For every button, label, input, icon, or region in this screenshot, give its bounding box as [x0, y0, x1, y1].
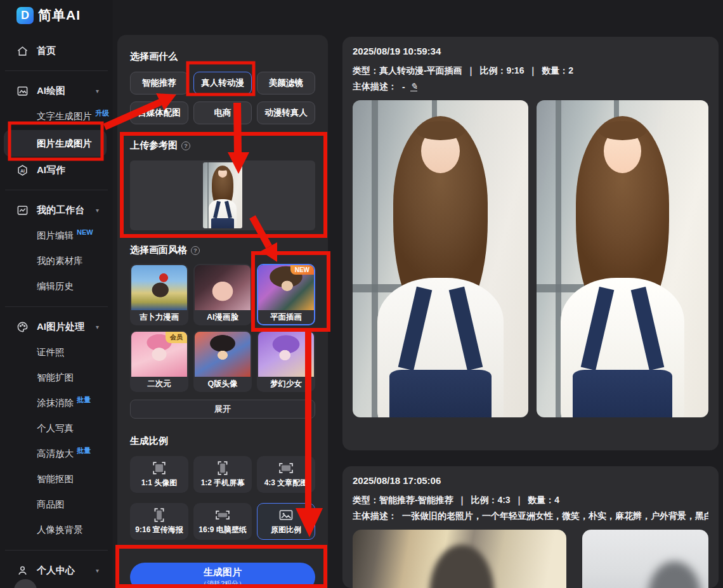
help-icon[interactable]: ? — [191, 246, 200, 255]
sidebar-item-16[interactable]: 个人写真 — [0, 415, 113, 441]
art-layer — [389, 370, 492, 417]
meta-separator: ｜ — [458, 495, 467, 505]
what-button-0[interactable]: 智能推荐 — [130, 72, 188, 95]
result-card: 2025/08/18 17:05:06 类型：智能推荐-智能推荐｜比例：4:3｜… — [342, 466, 719, 588]
ratio-r916-icon — [152, 508, 166, 522]
sidebar-item-17[interactable]: 高清放大批量 — [0, 441, 113, 466]
logo-icon: D — [16, 7, 34, 24]
sidebar-item-5[interactable]: AIAI写作 — [0, 158, 113, 182]
meta-count-label: 数量： — [542, 65, 568, 75]
what-button-5[interactable]: 动漫转真人 — [257, 101, 315, 124]
sidebar-item-label: 智能抠图 — [37, 473, 74, 485]
sidebar-item-label: 文字生成图片 — [37, 110, 92, 122]
sidebar-item-13[interactable]: 证件照 — [0, 339, 113, 365]
generated-image-2[interactable] — [537, 100, 708, 417]
style-label: 吉卜力漫画 — [131, 310, 187, 325]
result-description: 主体描述： 一张做旧的老照片，一个年轻亚洲女性，微笑，朴实，麻花辫，户外背景，黑… — [353, 511, 708, 522]
sidebar-item-label: AI写作 — [37, 164, 65, 176]
ratio-card-1[interactable]: 1:2 手机屏幕 — [193, 456, 252, 493]
sidebar-item-0[interactable]: 首页 — [0, 39, 113, 63]
style-card-4[interactable]: Q版头像 — [193, 330, 252, 392]
style-label: AI漫画脸 — [195, 310, 251, 325]
chevron-down-icon[interactable]: ▾ — [96, 567, 99, 574]
ratio-section: 生成比例 1:1 头像图1:2 手机屏幕4:3 文章配图9:16 宣传海报16:… — [130, 435, 315, 540]
sidebar-item-4[interactable]: 图片生成图片 — [4, 130, 107, 157]
sidebar-item-14[interactable]: 智能扩图 — [0, 365, 113, 390]
sidebar-item-label: 首页 — [37, 45, 56, 57]
art-layer — [416, 121, 466, 140]
generated-image-2[interactable] — [582, 530, 708, 588]
section-what-title: 选择画什么 — [130, 51, 315, 63]
sidebar-item-label: 个人中心 — [37, 565, 75, 577]
generated-image-1[interactable] — [353, 530, 566, 588]
upload-reference-box[interactable] — [130, 160, 315, 230]
ratio-r11-icon — [152, 461, 166, 475]
ratio-card-2[interactable]: 4:3 文章配图 — [257, 456, 315, 493]
what-button-2[interactable]: 美颜滤镜 — [257, 72, 315, 95]
sidebar-item-22[interactable]: 个人中心▾ — [0, 558, 113, 582]
sidebar-item-7[interactable]: 我的工作台▾ — [0, 198, 113, 222]
generated-image-1[interactable] — [353, 100, 528, 417]
ratio-card-5[interactable]: 原图比例 — [257, 503, 315, 540]
generate-cost-label: （消耗2积分） — [200, 579, 245, 588]
home-icon — [16, 45, 29, 57]
style-card-1[interactable]: AI漫画脸 — [193, 264, 252, 325]
what-button-4[interactable]: 电商 — [193, 101, 252, 124]
edit-description-icon[interactable]: ✎ — [410, 82, 418, 91]
sidebar-item-label: 证件照 — [37, 346, 65, 358]
generated-images-row — [353, 530, 708, 588]
expand-button[interactable]: 展开 — [130, 400, 315, 419]
ai-icon: AI — [16, 164, 29, 176]
settings-panel: 选择画什么 智能推荐真人转动漫美颜滤镜自媒体配图电商动漫转真人 上传参考图 ? — [117, 35, 328, 588]
ratio-card-4[interactable]: 16:9 电脑壁纸 — [193, 503, 252, 540]
style-card-2[interactable]: 平面插画NEW — [257, 264, 315, 325]
sidebar-item-10[interactable]: 编辑历史 — [0, 273, 113, 299]
what-button-1[interactable]: 真人转动漫 — [193, 72, 252, 95]
what-title-text: 选择画什么 — [130, 51, 178, 63]
ratio-card-3[interactable]: 9:16 宣传海报 — [130, 503, 188, 540]
art-layer — [217, 167, 228, 171]
meta-separator: ｜ — [515, 495, 524, 505]
desc-label: 主体描述： — [353, 81, 397, 93]
style-thumbnail — [258, 332, 314, 377]
sidebar-item-8[interactable]: 图片编辑NEW — [0, 223, 113, 248]
ratio-r169-icon — [216, 508, 230, 522]
style-card-5[interactable]: 梦幻少女 — [257, 330, 315, 392]
sidebar-divider — [5, 550, 108, 551]
ratio-r12-icon — [216, 461, 230, 475]
style-card-0[interactable]: 吉卜力漫画 — [130, 264, 188, 325]
what-button-3[interactable]: 自媒体配图 — [130, 101, 188, 124]
result-description: 主体描述： - ✎ — [353, 81, 708, 93]
style-title-text: 选择画面风格 — [130, 244, 187, 256]
chevron-down-icon[interactable]: ▾ — [96, 323, 99, 330]
help-icon[interactable]: ? — [181, 141, 190, 150]
sidebar-item-19[interactable]: 商品图 — [0, 492, 113, 517]
sidebar-badge: 升级 — [95, 108, 109, 118]
style-thumbnail — [195, 332, 251, 377]
ratio-card-0[interactable]: 1:1 头像图 — [130, 456, 188, 493]
sidebar-item-20[interactable]: 人像换背景 — [0, 517, 113, 542]
ratio-r43-icon — [279, 461, 293, 475]
sidebar-item-label: 商品图 — [37, 499, 65, 511]
sidebar-item-2[interactable]: AI绘图▾ — [0, 79, 113, 103]
palette-icon — [16, 321, 29, 333]
ratio-orig-icon — [278, 508, 294, 522]
sidebar-item-15[interactable]: 涂抹消除批量 — [0, 390, 113, 415]
ratio-title-text: 生成比例 — [130, 435, 168, 447]
sidebar: D 简单AI 首页AI绘图▾文字生成图片升级图片生成图片AIAI写作我的工作台▾… — [0, 0, 113, 588]
sidebar-item-3[interactable]: 文字生成图片升级 — [0, 103, 113, 129]
style-card-3[interactable]: 二次元会员 — [130, 330, 188, 392]
chevron-down-icon[interactable]: ▾ — [96, 207, 99, 214]
result-meta: 类型：真人转动漫-平面插画｜比例：9:16｜数量：2 — [353, 65, 708, 77]
sidebar-item-9[interactable]: 我的素材库 — [0, 248, 113, 273]
generate-button[interactable]: 生成图片 （消耗2积分） — [130, 563, 315, 588]
sidebar-item-label: 涂抹消除 — [37, 397, 74, 409]
sidebar-item-12[interactable]: AI图片处理▾ — [0, 315, 113, 339]
uploaded-reference-image[interactable] — [203, 162, 242, 228]
app-logo[interactable]: D 简单AI — [16, 6, 81, 24]
chevron-down-icon[interactable]: ▾ — [96, 88, 99, 95]
sidebar-item-18[interactable]: 智能抠图 — [0, 466, 113, 492]
sidebar-item-label: 编辑历史 — [37, 280, 74, 292]
sidebar-item-label: 图片编辑 — [37, 230, 74, 242]
style-label: 平面插画 — [258, 310, 314, 325]
